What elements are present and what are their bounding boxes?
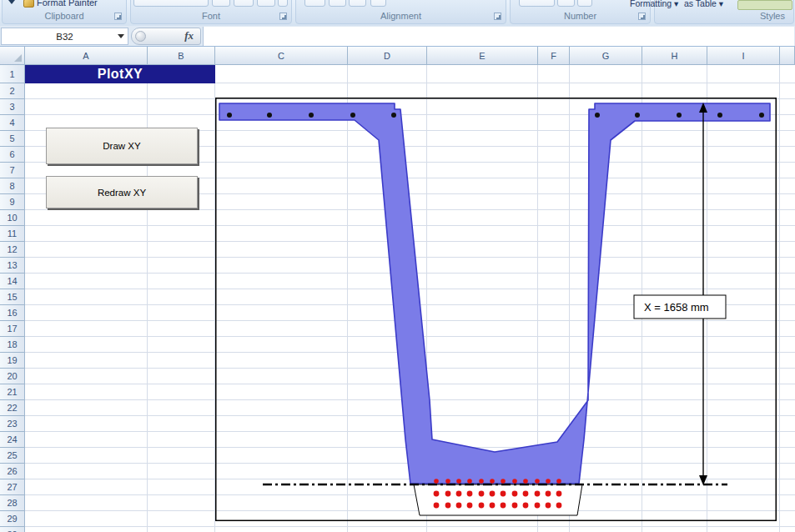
flange-rebar-dot (267, 113, 272, 118)
rebar-dot (467, 479, 472, 484)
column-header-D[interactable]: D (348, 47, 427, 65)
name-box[interactable]: B32 (1, 28, 128, 45)
group-label-styles: Styles (655, 11, 793, 21)
row-header-27[interactable]: 27 (0, 479, 25, 495)
rebar-dot (556, 503, 562, 509)
rebar-dot (479, 491, 485, 497)
formula-bar: B32 fx (0, 26, 795, 47)
ribbon-clipped-button[interactable] (370, 0, 386, 7)
row-header-21[interactable]: 21 (0, 384, 25, 400)
conditional-formatting-button[interactable]: Formatting ▾ (630, 0, 678, 8)
row-header-15[interactable]: 15 (0, 289, 25, 305)
row-header-2[interactable]: 2 (0, 83, 25, 99)
ribbon-clipped-button[interactable] (212, 0, 230, 7)
row-header-17[interactable]: 17 (0, 321, 25, 337)
row-header-1[interactable]: 1 (0, 65, 25, 83)
rebar-dot (501, 491, 506, 497)
dimension-label: X = 1658 mm (644, 301, 709, 314)
bottom-block-outline (414, 484, 582, 515)
row-header-9[interactable]: 9 (0, 194, 25, 210)
format-as-table-button[interactable]: as Table ▾ (684, 0, 723, 8)
format-painter-button[interactable]: Format Painter (37, 0, 98, 8)
clipboard-dialog-launcher-icon[interactable] (114, 13, 122, 20)
rebar-dot (490, 503, 496, 509)
excel-window: Clipboard Font Alignment Number Styles F… (0, 0, 795, 532)
rebar-dot (445, 479, 450, 484)
ribbon: Clipboard Font Alignment Number Styles F… (0, 0, 795, 27)
row-header-5[interactable]: 5 (0, 131, 25, 147)
row-header-19[interactable]: 19 (0, 353, 25, 369)
row-header-22[interactable]: 22 (0, 400, 25, 416)
ribbon-clipped-button[interactable] (278, 0, 288, 7)
column-header-clipped[interactable] (780, 47, 795, 65)
row-header-23[interactable]: 23 (0, 416, 25, 432)
group-label-alignment: Alignment (296, 11, 506, 21)
row-header-7[interactable]: 7 (0, 163, 25, 178)
row-header-8[interactable]: 8 (0, 178, 25, 194)
row-header-20[interactable]: 20 (0, 369, 25, 384)
row-header-4[interactable]: 4 (0, 115, 25, 131)
ribbon-clipped-button[interactable] (329, 0, 346, 7)
draw-xy-button[interactable]: Draw XY (46, 128, 198, 164)
insert-function-button[interactable]: fx (131, 28, 201, 45)
rebar-dot (535, 479, 540, 484)
row-header-3[interactable]: 3 (0, 99, 25, 115)
rebar-dot (490, 491, 496, 497)
ribbon-clipped-button[interactable] (519, 0, 555, 7)
column-header-C[interactable]: C (215, 47, 348, 65)
ribbon-clipped-button[interactable] (234, 0, 254, 7)
flange-rebar-dot (677, 113, 682, 118)
row-header-11[interactable]: 11 (0, 226, 25, 242)
cell-styles-gallery-fragment[interactable] (737, 0, 792, 10)
group-label-number: Number (511, 11, 650, 21)
chart-object[interactable]: X = 1658 mm (215, 98, 777, 521)
font-dialog-launcher-icon[interactable] (279, 13, 287, 20)
row-header-6[interactable]: 6 (0, 147, 25, 163)
rebar-dot (535, 503, 541, 509)
paste-dropdown-arrow-icon[interactable] (8, 0, 15, 4)
row-header-16[interactable]: 16 (0, 305, 25, 321)
column-header-I[interactable]: I (707, 47, 780, 65)
row-header-18[interactable]: 18 (0, 337, 25, 353)
rebar-dot (445, 503, 451, 509)
column-header-F[interactable]: F (538, 47, 570, 65)
row-header-14[interactable]: 14 (0, 274, 25, 289)
row-header-24[interactable]: 24 (0, 432, 25, 448)
row-header-28[interactable]: 28 (0, 495, 25, 511)
redraw-xy-button[interactable]: Redraw XY (46, 176, 198, 208)
rebar-dot (456, 479, 461, 484)
ribbon-clipped-button[interactable] (577, 0, 592, 7)
column-headers: ABCDEFGHI (0, 47, 795, 65)
row-header-25[interactable]: 25 (0, 448, 25, 464)
ribbon-clipped-button[interactable] (557, 0, 575, 7)
rebar-dot (523, 479, 528, 484)
row-header-26[interactable]: 26 (0, 464, 25, 479)
column-header-H[interactable]: H (642, 47, 707, 65)
format-painter-icon (23, 0, 34, 8)
ribbon-clipped-button[interactable] (133, 0, 209, 7)
name-box-dropdown-icon[interactable] (118, 34, 124, 38)
row-header-29[interactable]: 29 (0, 511, 25, 527)
ribbon-clipped-button[interactable] (304, 0, 325, 7)
column-header-B[interactable]: B (148, 47, 215, 65)
rebar-dot (434, 479, 439, 484)
ribbon-group-alignment: Alignment (295, 0, 506, 24)
column-header-A[interactable]: A (25, 47, 148, 65)
flange-rebar-dot (595, 113, 600, 118)
rebar-dot (512, 491, 518, 497)
rebar-dot (479, 503, 485, 509)
alignment-dialog-launcher-icon[interactable] (494, 13, 501, 20)
rebar-dot (523, 503, 529, 509)
column-header-E[interactable]: E (427, 47, 538, 65)
row-header-30[interactable]: 30 (0, 527, 25, 532)
rebar-dot (501, 479, 506, 484)
row-header-10[interactable]: 10 (0, 210, 25, 226)
row-header-13[interactable]: 13 (0, 258, 25, 274)
formula-input[interactable] (203, 27, 794, 46)
column-header-G[interactable]: G (570, 47, 642, 65)
row-header-12[interactable]: 12 (0, 242, 25, 258)
number-dialog-launcher-icon[interactable] (638, 13, 646, 20)
ribbon-clipped-button[interactable] (349, 0, 366, 7)
plotxy-title-cell[interactable]: PlotXY (25, 65, 215, 83)
ribbon-clipped-button[interactable] (257, 0, 275, 7)
